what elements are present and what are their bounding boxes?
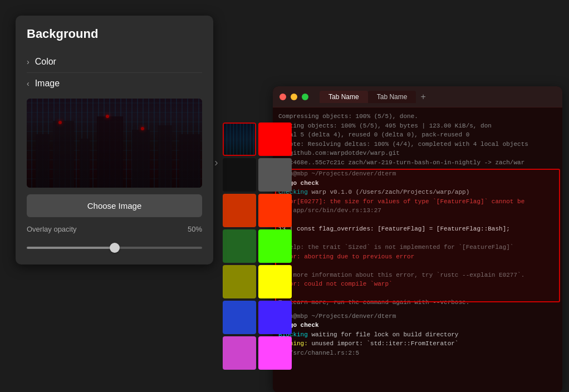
selection-arrow: › xyxy=(214,156,218,169)
overlay-opacity-value: 50% xyxy=(188,225,202,233)
swatch-bright-green[interactable] xyxy=(258,229,292,263)
chevron-right-icon: › xyxy=(27,57,30,66)
swatch-magenta[interactable] xyxy=(258,336,292,370)
swatch-dark-green[interactable] xyxy=(223,229,256,263)
terminal-line: Writing objects: 100% (5/5), 495 bytes |… xyxy=(278,121,557,131)
add-tab-button[interactable]: + xyxy=(420,92,425,102)
terminal-line: Compressing objects: 100% (5/5), done. xyxy=(278,112,557,121)
terminal-line: To github.com:warpdotdev/warp.git xyxy=(278,149,557,158)
swatch-dark-gray[interactable] xyxy=(258,158,292,192)
terminal-window: Tab Name Tab Name + Compressing objects:… xyxy=(273,86,562,392)
swatch-dark-blue[interactable] xyxy=(223,301,256,334)
terminal-line: Blocking waiting for file lock on build … xyxy=(278,330,557,340)
swatch-yellow[interactable] xyxy=(258,265,292,298)
terminal-line: Total 5 (delta 4), reused 0 (delta 0), p… xyxy=(278,130,557,140)
panel-title: Background xyxy=(27,27,202,41)
image-section-header[interactable]: ‹ Image xyxy=(27,73,202,94)
swatch-orange-red[interactable] xyxy=(258,194,292,227)
error-highlight-box xyxy=(275,169,560,302)
close-button[interactable] xyxy=(279,94,286,100)
terminal-line: zach@mbp ~/Projects/denver/dterm xyxy=(278,312,557,321)
maximize-button[interactable] xyxy=(302,94,308,100)
color-swatches-grid xyxy=(223,122,292,370)
terminal-line: warning: unused import: `std::iter::From… xyxy=(278,339,557,349)
terminal-line: app/src/channel.rs:2:5 xyxy=(278,349,557,358)
image-section-label: Image xyxy=(35,79,60,89)
swatch-blue-purple[interactable] xyxy=(258,301,292,334)
terminal-titlebar: Tab Name Tab Name + xyxy=(273,86,562,107)
swatch-red[interactable] xyxy=(258,122,292,156)
swatch-pink[interactable] xyxy=(223,336,256,370)
terminal-line: 952c468e..55c7c21c zach/war-219-turn-bas… xyxy=(278,158,557,168)
slider-container xyxy=(27,239,202,253)
swatch-dark-orange[interactable] xyxy=(223,194,256,227)
swatch-cyberpunk-image[interactable] xyxy=(223,122,256,156)
overlay-opacity-label: Overlay opacity xyxy=(27,225,77,233)
chevron-down-icon: ‹ xyxy=(27,79,30,88)
tab-1[interactable]: Tab Name xyxy=(320,91,368,103)
terminal-line: cargo check xyxy=(278,321,557,330)
tab-2[interactable]: Tab Name xyxy=(368,91,416,103)
minimize-button[interactable] xyxy=(291,94,297,100)
preview-image-inner xyxy=(27,99,202,188)
color-section-label: Color xyxy=(35,57,56,67)
terminal-line: remote: Resolving deltas: 100% (4/4), co… xyxy=(278,140,557,149)
choose-image-button[interactable]: Choose Image xyxy=(27,194,202,217)
swatch-black[interactable] xyxy=(223,158,256,192)
opacity-slider[interactable] xyxy=(27,247,202,249)
color-section-header[interactable]: › Color xyxy=(27,51,202,73)
image-section-content: Choose Image Overlay opacity 50% xyxy=(27,99,202,253)
overlay xyxy=(27,99,202,188)
tab-area: Tab Name Tab Name + xyxy=(320,91,556,103)
settings-panel: Background › Color ‹ Image xyxy=(16,16,213,264)
image-preview xyxy=(27,99,202,188)
swatch-olive[interactable] xyxy=(223,265,256,298)
terminal-content: Compressing objects: 100% (5/5), done. W… xyxy=(273,107,562,392)
overlay-opacity-row: Overlay opacity 50% xyxy=(27,225,202,233)
